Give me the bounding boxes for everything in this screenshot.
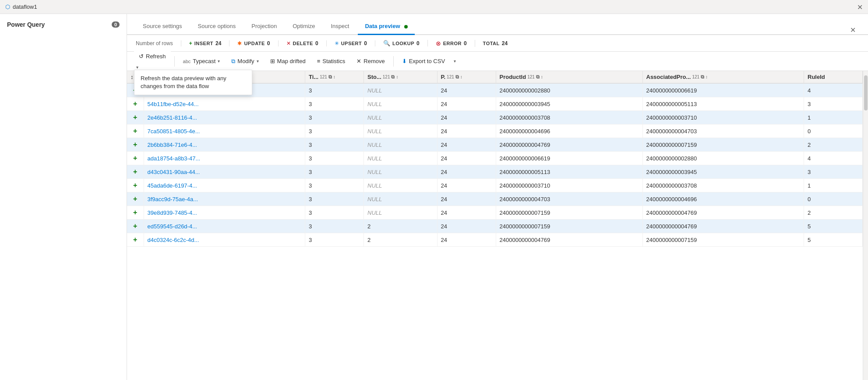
col-ti-sort-icon[interactable]: ↕ (333, 75, 335, 79)
tab-optimize[interactable]: Optimize (286, 18, 322, 35)
col-associated-pro-sort-icon[interactable]: ↕ (706, 75, 708, 79)
refresh-container: ↺ Refresh ▾ Refresh the data preview wit… (134, 50, 171, 72)
tab-close-icon[interactable]: ✕ (847, 26, 859, 34)
table-row: + 2b6bb384-71e6-4... 3 NULL 24 240000000… (127, 138, 863, 152)
row-ti-6: 3 (305, 165, 364, 179)
stat-delete-count: 0 (315, 40, 318, 46)
row-record-id-9: 39e8d939-7485-4... (144, 206, 305, 220)
row-ti-9: 3 (305, 206, 364, 220)
row-action-11[interactable]: + (127, 233, 144, 247)
tab-source-options[interactable]: Source options (191, 18, 243, 35)
vertical-scrollbar[interactable] (863, 71, 868, 380)
col-sto-copy-icon[interactable]: ⧉ (391, 74, 395, 80)
typecast-button[interactable]: abc Typecast ▾ (178, 55, 225, 67)
dataflow-icon: ⬡ (5, 4, 10, 10)
stat-error-count: 0 (464, 40, 467, 46)
row-action-7[interactable]: + (127, 179, 144, 192)
refresh-tooltip: Refresh the data preview with any change… (134, 70, 252, 95)
tab-projection[interactable]: Projection (244, 18, 284, 35)
refresh-icon: ↺ (139, 53, 144, 60)
stat-upsert-count: 0 (364, 40, 367, 46)
toolbar-divider-2 (393, 56, 394, 67)
statistics-icon: ≡ (317, 58, 321, 64)
row-rule-id-8: 0 (804, 192, 863, 206)
col-ti-copy-icon[interactable]: ⧉ (328, 74, 332, 80)
row-rule-id-0: 4 (804, 83, 863, 97)
map-drifted-button[interactable]: ⊞ Map drifted (265, 55, 311, 67)
row-associated-pro-0: 2400000000006619 (642, 83, 804, 97)
table-row: + 3f9acc9d-75ae-4a... 3 NULL 24 24000000… (127, 192, 863, 206)
row-ti-7: 3 (305, 179, 364, 192)
stat-update: ✱ UPDATE 0 (229, 40, 278, 46)
row-associated-pro-10: 2400000000004769 (642, 220, 804, 233)
row-associated-pro-11: 2400000000007159 (642, 233, 804, 247)
row-record-id-6: d43c0431-90aa-44... (144, 165, 305, 179)
col-ti: Ti... 121 ⧉ ↕ (305, 71, 364, 83)
row-ti-5: 3 (305, 152, 364, 165)
row-ti-0: 3 (305, 83, 364, 97)
row-ti-11: 3 (305, 233, 364, 247)
remove-button[interactable]: ✕ Remove (352, 55, 389, 67)
col-product-id-sort-icon[interactable]: ↕ (541, 75, 543, 79)
row-rule-id-1: 3 (804, 97, 863, 111)
row-action-6[interactable]: + (127, 165, 144, 179)
stat-rows-label: Number of rows (136, 40, 173, 46)
col-p-sort-icon[interactable]: ↕ (460, 75, 462, 79)
map-drifted-icon: ⊞ (270, 58, 275, 64)
close-icon[interactable]: ✕ (857, 3, 863, 11)
row-action-9[interactable]: + (127, 206, 144, 220)
row-associated-pro-6: 2400000000003945 (642, 165, 804, 179)
col-sto-sort-icon[interactable]: ↕ (396, 75, 398, 79)
stat-upsert: ✳ UPSERT 0 (327, 40, 375, 46)
export-icon: ⬇ (402, 58, 407, 64)
row-action-3[interactable]: + (127, 124, 144, 138)
tab-inspect[interactable]: Inspect (324, 18, 356, 35)
col-associated-pro-copy-icon[interactable]: ⧉ (701, 74, 704, 80)
row-ti-3: 3 (305, 124, 364, 138)
row-sto-7: NULL (364, 179, 438, 192)
stat-total: TOTAL 24 (475, 40, 516, 46)
refresh-button[interactable]: ↺ Refresh (134, 50, 171, 62)
row-sto-4: NULL (364, 138, 438, 152)
col-ti-type: 121 (320, 75, 327, 79)
col-product-id-copy-icon[interactable]: ⧉ (536, 74, 540, 80)
tab-data-preview[interactable]: Data preview (358, 18, 415, 35)
export-csv-button[interactable]: ⬇ Export to CSV (397, 55, 450, 67)
row-record-id-7: 45ada6de-6197-4... (144, 179, 305, 192)
modify-icon: ⧉ (231, 58, 235, 65)
row-p-9: 24 (437, 206, 496, 220)
row-rule-id-9: 2 (804, 206, 863, 220)
row-sto-1: NULL (364, 97, 438, 111)
row-product-id-11: 2400000000004769 (496, 233, 642, 247)
row-action-1[interactable]: + (127, 97, 144, 111)
row-action-5[interactable]: + (127, 152, 144, 165)
stat-lookup: 🔍 LOOKUP 0 (375, 40, 428, 46)
row-p-6: 24 (437, 165, 496, 179)
col-rule-id: RuleId (804, 71, 863, 83)
row-rule-id-4: 2 (804, 138, 863, 152)
row-associated-pro-7: 2400000000003708 (642, 179, 804, 192)
row-action-4[interactable]: + (127, 138, 144, 152)
row-p-7: 24 (437, 179, 496, 192)
tab-source-settings[interactable]: Source settings (136, 18, 189, 35)
row-record-id-2: 2e46b251-8116-4... (144, 111, 305, 124)
row-sto-5: NULL (364, 152, 438, 165)
stat-rows: Number of rows (136, 40, 181, 46)
export-dropdown-button[interactable]: ▾ (452, 56, 458, 66)
stat-total-count: 24 (502, 40, 508, 46)
modify-button[interactable]: ⧉ Modify ▾ (226, 55, 263, 67)
col-sto-label: Sto... (367, 74, 381, 80)
col-p-copy-icon[interactable]: ⧉ (455, 74, 459, 80)
row-action-8[interactable]: + (127, 192, 144, 206)
row-action-10[interactable]: + (127, 220, 144, 233)
table-row: + ada18754-a8b3-47... 3 NULL 24 24000000… (127, 152, 863, 165)
refresh-chevron-icon: ▾ (136, 65, 138, 70)
delete-icon: ✕ (286, 40, 291, 46)
row-rule-id-3: 0 (804, 124, 863, 138)
row-action-2[interactable]: + (127, 111, 144, 124)
row-record-id-11: d4c0324c-6c2c-4d... (144, 233, 305, 247)
statistics-button[interactable]: ≡ Statistics (312, 55, 350, 67)
col-p-label: P. (441, 74, 446, 80)
sort-icon[interactable]: ↕ (131, 74, 134, 80)
scrollbar-thumb[interactable] (864, 75, 868, 110)
